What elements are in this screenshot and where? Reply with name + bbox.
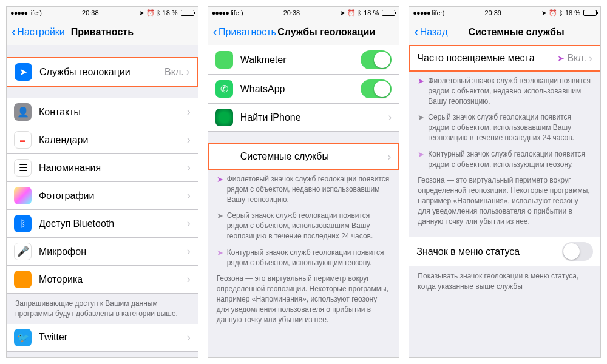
toggle[interactable] bbox=[361, 50, 392, 69]
row-frequent-locations[interactable]: Часто посещаемые места ➤ Вкл. › bbox=[409, 46, 600, 72]
chevron-right-icon: › bbox=[388, 111, 392, 124]
location-arrow-outline-icon: ➤ bbox=[217, 248, 223, 268]
row-find-iphone[interactable]: Найти iPhone› bbox=[208, 104, 399, 132]
content: Walkmeter ✆WhatsApp Найти iPhone› Систем… bbox=[208, 46, 399, 357]
label: Twitter bbox=[39, 332, 187, 343]
status-bar: ●●●●●life:) 20:38 ➤⏰ᛒ18 % bbox=[7, 7, 198, 19]
back-button[interactable]: ‹Назад bbox=[414, 24, 447, 40]
row-whatsapp[interactable]: ✆WhatsApp bbox=[208, 75, 399, 104]
whatsapp-icon: ✆ bbox=[215, 80, 233, 98]
location-arrow-purple-icon: ➤ bbox=[217, 174, 223, 204]
contacts-icon: 👤 bbox=[14, 103, 32, 121]
chevron-right-icon: › bbox=[187, 106, 191, 118]
row-system-services[interactable]: Системные службы› bbox=[208, 143, 399, 170]
label: Часто посещаемые места bbox=[417, 53, 557, 64]
label: Walkmeter bbox=[240, 55, 361, 66]
geofence-note: Геозона — это виртуальный периметр вокру… bbox=[418, 175, 592, 226]
toggle[interactable] bbox=[562, 242, 593, 261]
location-icon: ➤ bbox=[139, 9, 144, 17]
navbar: ‹Назад Системные службы bbox=[409, 19, 600, 46]
battery-pct: 18 % bbox=[163, 9, 178, 16]
row-motion[interactable]: Моторика› bbox=[7, 266, 198, 294]
screen-location-services: ●●●●●life:) 20:38 ➤⏰ᛒ18 % ‹Приватность С… bbox=[208, 6, 400, 358]
photos-icon bbox=[14, 187, 32, 204]
label: Контакты bbox=[39, 107, 187, 118]
alarm-icon: ⏰ bbox=[146, 9, 155, 17]
chevron-right-icon: › bbox=[387, 150, 391, 163]
motion-icon bbox=[14, 271, 32, 288]
row-bluetooth[interactable]: ᛒДоступ Bluetooth› bbox=[7, 210, 198, 238]
label: Микрофон bbox=[39, 246, 187, 257]
signal-dots: ●●●●● bbox=[10, 9, 27, 16]
footer-note: Запрашивающие доступ к Вашим данным прог… bbox=[7, 294, 198, 324]
reminders-icon: ☰ bbox=[14, 159, 32, 177]
value: Вкл. bbox=[567, 53, 586, 64]
legend: ➤Фиолетовый значок служб геолокации появ… bbox=[208, 169, 399, 335]
row-photos[interactable]: Фотографии› bbox=[7, 182, 198, 210]
chevron-right-icon: › bbox=[187, 217, 191, 230]
page-title: Службы геолокации bbox=[277, 27, 375, 38]
row-microphone[interactable]: 🎤Микрофон› bbox=[7, 238, 198, 266]
row-twitter[interactable]: 🐦Twitter› bbox=[7, 324, 198, 352]
chevron-right-icon: › bbox=[187, 245, 191, 258]
screen-system-services: ●●●●●life:) 20:39 ➤⏰ᛒ18 % ‹Назад Системн… bbox=[409, 6, 601, 358]
label: Доступ Bluetooth bbox=[39, 218, 187, 229]
back-label: Назад bbox=[420, 27, 448, 38]
row-walkmeter[interactable]: Walkmeter bbox=[208, 46, 399, 75]
legend: ➤Фиолетовый значок служб геолокации появ… bbox=[409, 71, 600, 237]
chevron-left-icon: ‹ bbox=[12, 24, 16, 40]
twitter-icon: 🐦 bbox=[14, 329, 32, 346]
navbar: ‹Приватность Службы геолокации bbox=[208, 19, 399, 46]
chevron-left-icon: ‹ bbox=[213, 24, 217, 40]
location-arrow-gray-icon: ➤ bbox=[418, 112, 424, 143]
location-arrow-outline-icon: ➤ bbox=[418, 149, 424, 170]
back-button[interactable]: ‹Приватность bbox=[213, 24, 276, 40]
findphone-icon bbox=[215, 109, 233, 126]
chevron-right-icon: › bbox=[187, 133, 191, 146]
row-calendars[interactable]: ▬Календари› bbox=[7, 126, 198, 154]
row-status-icon[interactable]: Значок в меню статуса bbox=[409, 237, 600, 266]
row-location-services[interactable]: ➤ Службы геолокации Вкл. › bbox=[7, 57, 198, 87]
location-arrow-purple-icon: ➤ bbox=[418, 76, 424, 106]
calendar-icon: ▬ bbox=[14, 131, 32, 149]
chevron-left-icon: ‹ bbox=[414, 24, 418, 40]
app-icon bbox=[215, 51, 233, 69]
label: Системные службы bbox=[240, 151, 388, 162]
chevron-right-icon: › bbox=[187, 161, 191, 174]
bluetooth-icon: ᛒ bbox=[14, 215, 32, 232]
label: Значок в меню статуса bbox=[416, 246, 562, 257]
battery-icon bbox=[181, 10, 194, 16]
location-icon: ➤ bbox=[15, 63, 32, 81]
row-reminders[interactable]: ☰Напоминания› bbox=[7, 154, 198, 182]
back-button[interactable]: ‹Настройки bbox=[12, 24, 65, 40]
label: Моторика bbox=[39, 274, 187, 285]
screen-privacy: ●●●●●life:) 20:38 ➤⏰ᛒ18 % ‹Настройки При… bbox=[6, 6, 198, 358]
page-title: Системные службы bbox=[468, 27, 564, 38]
status-bar: ●●●●●life:) 20:39 ➤⏰ᛒ18 % bbox=[409, 7, 600, 19]
label: Найти iPhone bbox=[240, 112, 388, 123]
label: Службы геолокации bbox=[39, 67, 164, 78]
label: Календари bbox=[39, 135, 187, 146]
clock: 20:39 bbox=[484, 9, 501, 16]
toggle[interactable] bbox=[361, 79, 392, 98]
label: Фотографии bbox=[39, 190, 187, 201]
bluetooth-icon: ᛒ bbox=[157, 9, 161, 16]
clock: 20:38 bbox=[82, 9, 99, 16]
location-arrow-gray-icon: ➤ bbox=[217, 211, 223, 241]
chevron-right-icon: › bbox=[589, 52, 592, 65]
chevron-right-icon: › bbox=[187, 331, 191, 344]
clock: 20:38 bbox=[283, 9, 300, 16]
content: Часто посещаемые места ➤ Вкл. › ➤Фиолето… bbox=[409, 46, 600, 357]
row-contacts[interactable]: 👤Контакты› bbox=[7, 98, 198, 126]
mic-icon: 🎤 bbox=[14, 243, 32, 260]
value: Вкл. bbox=[164, 67, 184, 78]
page-title: Приватность bbox=[71, 27, 134, 38]
chevron-right-icon: › bbox=[186, 66, 190, 78]
chevron-right-icon: › bbox=[187, 273, 191, 286]
location-arrow-icon: ➤ bbox=[557, 53, 565, 63]
status-note: Показывать значок геолокации в меню стат… bbox=[409, 266, 600, 297]
geofence-note: Геозона — это виртуальный периметр вокру… bbox=[217, 274, 391, 325]
content: ➤ Службы геолокации Вкл. › 👤Контакты› ▬К… bbox=[7, 46, 198, 357]
label: Напоминания bbox=[39, 163, 187, 174]
back-label: Настройки bbox=[17, 27, 64, 38]
